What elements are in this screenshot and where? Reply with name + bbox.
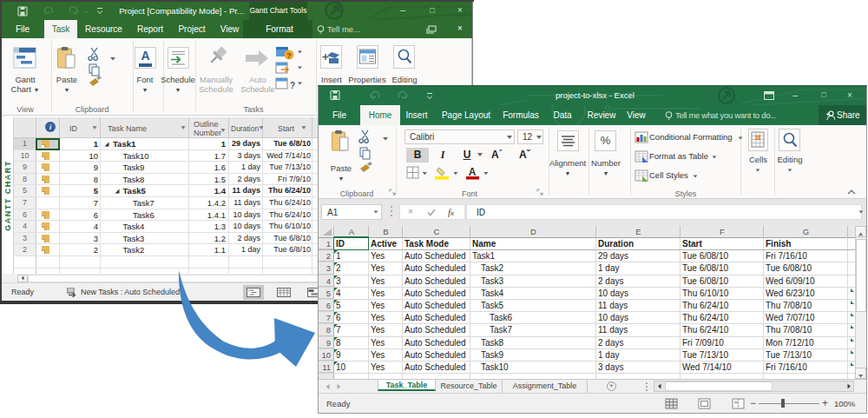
svg-text:?: ? (290, 81, 295, 90)
svg-text:A: A (469, 166, 477, 178)
svg-text:?: ? (286, 51, 292, 60)
